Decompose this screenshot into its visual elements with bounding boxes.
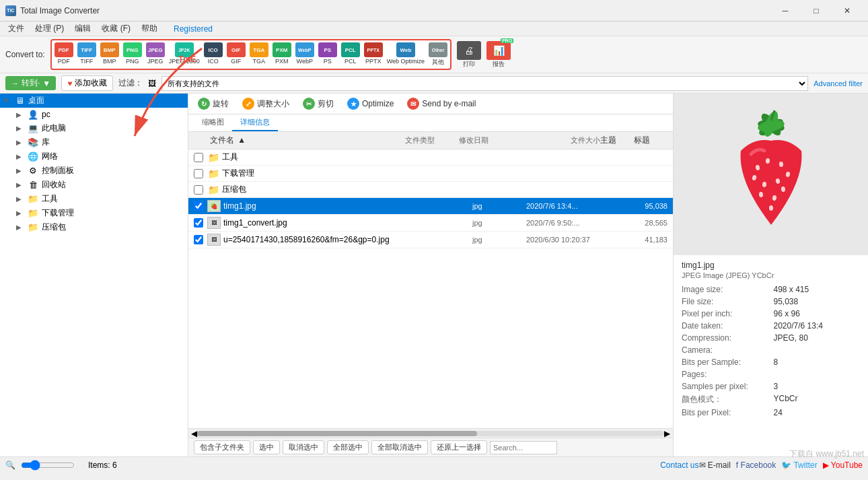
tree-item-zip[interactable]: ▶ 📁 压缩包 <box>0 220 188 234</box>
close-button[interactable]: ✕ <box>832 0 863 22</box>
file-size: 95,038 <box>614 202 667 210</box>
resize-button[interactable]: ⤢ 调整大小 <box>238 96 293 111</box>
contact-us-link[interactable]: Contact us <box>660 460 698 470</box>
deselect-all-button[interactable]: 全部取消选中 <box>371 440 428 454</box>
scroll-thumb[interactable] <box>197 431 477 436</box>
list-item[interactable]: 📁 压缩包 <box>188 182 673 198</box>
tree-item-download[interactable]: ▶ 📁 下载管理 <box>0 206 188 220</box>
status-left: 🔍 <box>5 460 77 471</box>
bottom-bar: 包含子文件夹 选中 取消选中 全部选中 全部取消选中 还原上一选择 <box>188 438 673 456</box>
twitter-link[interactable]: 🐦 Twitter <box>781 460 817 470</box>
format-png[interactable]: PNG PNG <box>122 42 143 67</box>
zoom-out-icon[interactable]: 🔍 <box>5 460 15 470</box>
tree-item-recycle[interactable]: ▶ 🗑 回收站 <box>0 178 188 192</box>
format-webp[interactable]: WebP WebP <box>294 42 316 67</box>
action-bar: ↻ 旋转 ⤢ 调整大小 ✂ 剪切 ★ Optimize ✉ Send by <box>188 94 673 114</box>
header-subject[interactable]: 标题 <box>634 135 667 146</box>
tab-details[interactable]: 详细信息 <box>232 114 278 131</box>
list-item[interactable]: 🖼 timg1_convert.jpg jpg 2020/7/6 9:50:..… <box>188 215 673 232</box>
file-size: 41,183 <box>614 236 667 244</box>
header-date[interactable]: 修改日期 <box>459 135 546 145</box>
row-checkbox[interactable] <box>194 218 203 228</box>
tree-item-desktop[interactable]: ▼ 🖥 桌面 <box>0 94 188 108</box>
filter-select[interactable]: 所有支持的文件 <box>161 76 808 91</box>
menu-file[interactable]: 文件 <box>3 22 30 36</box>
crop-button[interactable]: ✂ 剪切 <box>299 96 338 111</box>
email-link[interactable]: ✉ E-mail <box>699 460 731 470</box>
format-tiff[interactable]: TIFF TIFF <box>76 42 98 67</box>
list-item[interactable]: 🖼 u=2540171430,1858916260&fm=26&gp=0.jpg… <box>188 232 673 248</box>
format-pptx[interactable]: PPTX PPTX <box>363 42 384 67</box>
format-other[interactable]: Other 其他 <box>427 42 449 67</box>
rotate-button[interactable]: ↻ 旋转 <box>194 96 233 111</box>
zoom-slider[interactable] <box>21 460 75 471</box>
transfer-button[interactable]: → 转到· ▼ <box>5 76 56 90</box>
menu-help[interactable]: 帮助 <box>136 22 163 36</box>
tree-item-control[interactable]: ▶ ⚙ 控制面板 <box>0 164 188 178</box>
header-name[interactable]: 文件名 ▲ <box>210 135 405 146</box>
format-j2k[interactable]: JP2K JPEG 2000 <box>168 42 201 67</box>
computer-icon: 💻 <box>27 123 39 134</box>
advanced-filter-link[interactable]: Advanced filter <box>813 79 863 88</box>
row-checkbox[interactable] <box>194 153 203 162</box>
header-size[interactable]: 文件大小 <box>546 135 600 145</box>
search-input[interactable] <box>490 441 557 454</box>
header-theme[interactable]: 主题 <box>600 135 634 146</box>
email-button[interactable]: ✉ Send by e-mail <box>403 96 480 111</box>
youtube-link[interactable]: ▶ YouTube <box>823 460 863 470</box>
scroll-track[interactable] <box>197 431 664 436</box>
optimize-label: Optimize <box>362 99 394 108</box>
row-checkbox[interactable] <box>194 169 203 178</box>
tree-label-download: 下载管理 <box>42 207 74 219</box>
format-tga[interactable]: TGA TGA <box>248 42 270 67</box>
email-icon-status: ✉ <box>699 460 706 470</box>
resize-icon: ⤢ <box>242 98 254 110</box>
format-pcl[interactable]: PCL PCL <box>340 42 361 67</box>
tree-item-computer[interactable]: ▶ 💻 此电脑 <box>0 121 188 135</box>
bookmark-button[interactable]: ♥ 添加收藏 <box>61 75 113 91</box>
expand-icon: ▶ <box>16 181 27 188</box>
format-bmp[interactable]: BMP BMP <box>99 42 120 67</box>
row-checkbox[interactable] <box>194 235 203 244</box>
camera-value <box>774 345 861 355</box>
facebook-link[interactable]: f Facebook <box>736 460 776 470</box>
tree-item-library[interactable]: ▶ 📚 库 <box>0 135 188 149</box>
include-subfolders-button[interactable]: 包含子文件夹 <box>194 440 250 454</box>
menu-edit[interactable]: 编辑 <box>69 22 96 36</box>
menu-registered[interactable]: Registered <box>168 23 218 35</box>
tab-thumbnail[interactable]: 缩略图 <box>194 114 232 131</box>
format-ps[interactable]: PS PS <box>317 42 338 67</box>
format-jpeg[interactable]: JPEG JPEG <box>145 42 166 67</box>
app-icon: TIC <box>5 5 16 16</box>
image-size-label: Image size: <box>682 285 768 294</box>
go-up-button[interactable]: 还原上一选择 <box>431 440 487 454</box>
optimize-button[interactable]: ★ Optimize <box>343 96 398 111</box>
format-ico[interactable]: ICO ICO <box>203 42 224 67</box>
minimize-button[interactable]: ─ <box>770 0 801 22</box>
format-web[interactable]: Web Web Optimize <box>386 42 426 67</box>
select-all-button[interactable]: 全部选中 <box>327 440 369 454</box>
deselect-button[interactable]: 取消选中 <box>283 440 324 454</box>
tree-item-tools[interactable]: ▶ 📁 工具 <box>0 192 188 206</box>
list-item[interactable]: 📁 下载管理 <box>188 166 673 182</box>
scroll-right-icon[interactable]: ▶ <box>664 429 670 438</box>
header-type[interactable]: 文件类型 <box>405 135 459 145</box>
row-checkbox[interactable] <box>194 185 203 195</box>
tree-item-network[interactable]: ▶ 🌐 网络 <box>0 149 188 164</box>
menu-favorites[interactable]: 收藏 (F) <box>96 22 136 36</box>
format-pdf[interactable]: PDF PDF <box>53 42 75 67</box>
report-button[interactable]: PRO 📊 报告 <box>486 41 511 69</box>
tree-item-pc[interactable]: ▶ 👤 pc <box>0 108 188 121</box>
list-item[interactable]: 📁 工具 <box>188 149 673 166</box>
menu-process[interactable]: 处理 (P) <box>30 22 69 36</box>
main-wrapper: ▼ 🖥 桌面 ▶ 👤 pc ▶ 💻 此电脑 ▶ 📚 库 ▶ 🌐 <box>0 94 868 473</box>
format-gif[interactable]: GIF GIF <box>225 42 247 67</box>
maximize-button[interactable]: □ <box>801 0 832 22</box>
format-pxm[interactable]: PXM PXM <box>271 42 293 67</box>
scroll-left-icon[interactable]: ◀ <box>191 429 197 438</box>
list-item[interactable]: 🍓 timg1.jpg jpg 2020/7/6 13:4... 95,038 <box>188 198 673 215</box>
row-checkbox[interactable] <box>194 201 203 211</box>
horizontal-scrollbar[interactable]: ◀ ▶ <box>188 428 673 438</box>
select-button[interactable]: 选中 <box>253 440 280 454</box>
print-button[interactable]: 🖨 打印 <box>457 41 481 69</box>
